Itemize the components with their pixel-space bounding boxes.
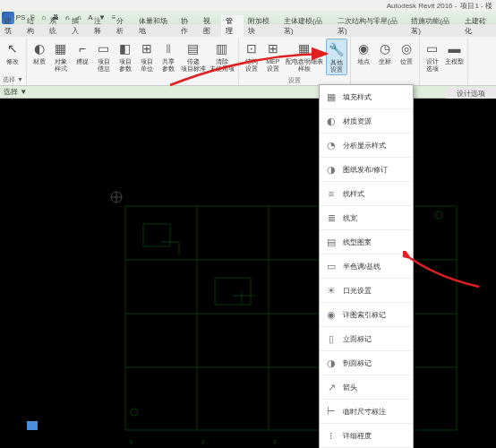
tab-7[interactable]: 协作 bbox=[176, 15, 199, 37]
tab-0[interactable]: 建筑 bbox=[0, 15, 22, 37]
ribbon-btn-2-3[interactable]: 🔧其他 设置 bbox=[326, 39, 347, 75]
dropdown-item-12[interactable]: ↗箭头 bbox=[320, 375, 413, 400]
tab-14[interactable]: 土建砖化 bbox=[460, 15, 496, 37]
tab-1[interactable]: 结构 bbox=[22, 15, 45, 37]
ribbon-btn-2-0[interactable]: ⊡结构 设置 bbox=[242, 39, 261, 75]
dropdown-icon: ◐ bbox=[323, 113, 339, 129]
ribbon-icon: ▥ bbox=[213, 39, 231, 57]
dropdown-icon: ≣ bbox=[323, 210, 339, 226]
tab-8[interactable]: 视图 bbox=[199, 15, 221, 37]
dropdown-label: 线宽 bbox=[343, 213, 357, 223]
ribbon-icon: ⊞ bbox=[138, 39, 156, 57]
design-options-label: 设计选项 bbox=[446, 87, 496, 99]
ribbon-label: 项目 单位 bbox=[141, 58, 153, 73]
other-settings-dropdown: ▦填充样式◐材质资源◔分析显示样式◑图纸发布/修订≡线样式≣线宽▤线型图案▭半色… bbox=[319, 84, 414, 448]
ribbon-label: 传递 项目标准 bbox=[181, 58, 206, 73]
ribbon-btn-4-0[interactable]: ▭设计 选项 bbox=[423, 39, 442, 85]
dropdown-icon: ▦ bbox=[323, 89, 339, 105]
svg-text:2: 2 bbox=[201, 439, 205, 444]
svg-rect-8 bbox=[143, 224, 170, 246]
svg-text:3: 3 bbox=[273, 439, 277, 444]
ribbon-tabs: 建筑结构系统插入注释分析体量和场地协作视图管理附加模块主体建模(品茗)二次结构与… bbox=[0, 24, 496, 37]
ribbon-btn-1-6[interactable]: ⫴共享 参数 bbox=[158, 39, 178, 85]
dropdown-item-6[interactable]: ▤线型图案 bbox=[320, 230, 413, 254]
tab-10[interactable]: 附加模块 bbox=[244, 15, 279, 37]
select-option[interactable]: 选择 ▼ bbox=[4, 87, 27, 97]
dropdown-label: 剖面标记 bbox=[343, 358, 372, 368]
dropdown-icon: ◑ bbox=[323, 355, 339, 371]
dropdown-item-2[interactable]: ◔分析显示样式 bbox=[320, 134, 413, 158]
ribbon-btn-1-2[interactable]: ⌐捕捉 bbox=[73, 39, 92, 85]
dropdown-item-4[interactable]: ≡线样式 bbox=[320, 182, 413, 206]
ribbon-btn-3-1[interactable]: ◷坐标 bbox=[375, 39, 395, 85]
ribbon-btn-3-2[interactable]: ◎位置 bbox=[397, 39, 416, 85]
ribbon-label: 项目 参数 bbox=[119, 58, 132, 73]
ribbon-icon: ▬ bbox=[445, 39, 463, 57]
ribbon-icon: ⌐ bbox=[73, 39, 91, 57]
tab-5[interactable]: 分析 bbox=[112, 15, 134, 37]
dropdown-icon: ↗ bbox=[323, 379, 339, 395]
ribbon-btn-1-0[interactable]: ◐材质 bbox=[30, 39, 49, 85]
app-title: Autodesk Revit 2016 - bbox=[387, 2, 458, 10]
ribbon-btn-2-2[interactable]: ▦配电盘明细表 样板 bbox=[285, 39, 324, 75]
ribbon-icon: ▭ bbox=[423, 39, 441, 57]
drawing-canvas[interactable]: 123 bbox=[0, 99, 496, 448]
ribbon-label: 配电盘明细表 样板 bbox=[286, 58, 323, 73]
dropdown-label: 日光设置 bbox=[343, 286, 372, 296]
ribbon-btn-0-0[interactable]: ↖修改 bbox=[3, 39, 22, 74]
ribbon-btn-3-0[interactable]: ◉地点 bbox=[354, 39, 373, 85]
ribbon-btn-2-1[interactable]: ⊞MEP 设置 bbox=[263, 39, 283, 75]
dropdown-item-7[interactable]: ▭半色调/基线 bbox=[320, 254, 413, 279]
ribbon-icon: ⊡ bbox=[243, 39, 261, 57]
ribbon-label: 地点 bbox=[357, 58, 370, 65]
tab-9[interactable]: 管理 bbox=[221, 15, 244, 37]
dropdown-label: 线型图案 bbox=[343, 237, 372, 247]
dropdown-item-10[interactable]: ▯立面标记 bbox=[320, 327, 413, 351]
dropdown-item-1[interactable]: ◐材质资源 bbox=[320, 109, 413, 134]
ribbon-btn-1-4[interactable]: ◧项目 参数 bbox=[115, 39, 135, 85]
ribbon-label: 捕捉 bbox=[76, 58, 89, 65]
tab-6[interactable]: 体量和场地 bbox=[134, 15, 176, 37]
dropdown-item-0[interactable]: ▦填充样式 bbox=[320, 85, 413, 109]
dropdown-icon: ≡ bbox=[323, 185, 339, 202]
ribbon-btn-1-8[interactable]: ▥清除 未使用项 bbox=[209, 39, 235, 85]
ribbon-icon: ▦ bbox=[295, 39, 313, 57]
ribbon-panel-1: ◐材质▦对象 样式⌐捕捉▭项目 信息◧项目 参数⊞项目 单位⫴共享 参数▤传递 … bbox=[27, 37, 239, 85]
dropdown-item-9[interactable]: ◉详图索引标记 bbox=[320, 303, 413, 327]
ribbon-icon: ↖ bbox=[4, 39, 21, 57]
tab-11[interactable]: 主体建模(品茗) bbox=[279, 15, 333, 37]
tab-13[interactable]: 措施功能(品茗) bbox=[406, 15, 460, 37]
tab-3[interactable]: 插入 bbox=[67, 15, 90, 37]
svg-text:1: 1 bbox=[130, 439, 133, 444]
dropdown-icon: ▭ bbox=[323, 258, 339, 274]
ribbon-btn-1-3[interactable]: ▭项目 信息 bbox=[94, 39, 114, 85]
dropdown-item-13[interactable]: ⊢临时尺寸标注 bbox=[320, 400, 413, 424]
dropdown-item-8[interactable]: ☀日光设置 bbox=[320, 279, 413, 303]
ribbon-panel-2: ⊡结构 设置⊞MEP 设置▦配电盘明细表 样板🔧其他 设置设置 bbox=[239, 37, 351, 85]
ribbon-icon: ◧ bbox=[116, 39, 134, 57]
ribbon-label: 修改 bbox=[6, 58, 19, 65]
ribbon-icon: ⊞ bbox=[264, 39, 282, 57]
svg-point-12 bbox=[435, 211, 442, 219]
ribbon-btn-1-7[interactable]: ▤传递 项目标准 bbox=[180, 39, 207, 85]
dropdown-item-3[interactable]: ◑图纸发布/修订 bbox=[320, 158, 413, 182]
dropdown-label: 半色调/基线 bbox=[343, 262, 381, 271]
dropdown-label: 材质资源 bbox=[343, 116, 372, 126]
dropdown-item-11[interactable]: ◑剖面标记 bbox=[320, 351, 413, 375]
ribbon-btn-1-5[interactable]: ⊞项目 单位 bbox=[137, 39, 157, 85]
ribbon-panel-4: ▭设计 选项▬主模型 bbox=[420, 37, 468, 85]
dropdown-icon: ☀ bbox=[323, 282, 339, 298]
dropdown-label: 图纸发布/修订 bbox=[343, 165, 388, 175]
dropdown-item-5[interactable]: ≣线宽 bbox=[320, 206, 413, 230]
ribbon-icon: ⫴ bbox=[159, 39, 177, 57]
ribbon-icon: ◎ bbox=[398, 39, 415, 57]
tab-4[interactable]: 注释 bbox=[90, 15, 112, 37]
ribbon-btn-1-1[interactable]: ▦对象 样式 bbox=[51, 39, 71, 85]
dropdown-icon: ◉ bbox=[323, 306, 339, 323]
ribbon-panel-0: ↖修改选择 ▼ bbox=[0, 37, 27, 85]
ribbon-btn-4-1[interactable]: ▬主模型 bbox=[444, 39, 465, 85]
tab-2[interactable]: 系统 bbox=[45, 15, 67, 37]
dropdown-label: 详图索引标记 bbox=[343, 310, 386, 320]
dropdown-item-14[interactable]: ⫶详细程度 bbox=[320, 424, 413, 448]
tab-12[interactable]: 二次结构与零星(品茗) bbox=[333, 15, 406, 37]
